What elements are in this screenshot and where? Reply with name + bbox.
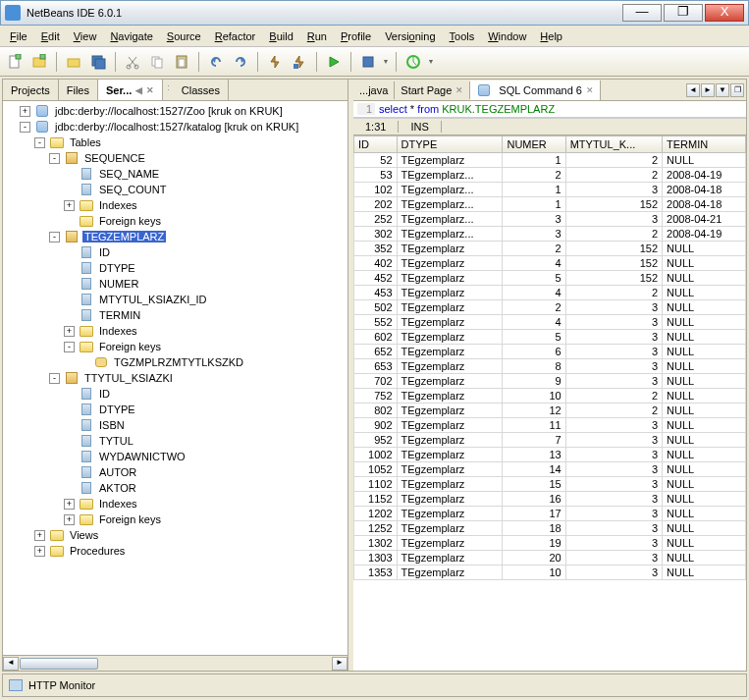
expand-icon[interactable]: + xyxy=(34,530,45,541)
cell[interactable]: 3 xyxy=(565,330,662,345)
menu-build[interactable]: Build xyxy=(263,28,298,44)
cell[interactable]: 452 xyxy=(354,271,398,286)
tab-close-icon[interactable]: ✕ xyxy=(455,85,463,95)
cell[interactable]: 152 xyxy=(565,242,662,256)
db-connection[interactable]: jdbc:derby://localhost:1527/katalog [kru… xyxy=(53,121,300,133)
undo-button[interactable] xyxy=(205,51,227,73)
maximize-editor-button[interactable]: ❐ xyxy=(730,83,744,97)
cell[interactable]: 3 xyxy=(565,374,662,389)
cell[interactable]: 3 xyxy=(565,418,662,433)
cell[interactable]: NULL xyxy=(663,477,746,492)
cell[interactable]: 2008-04-19 xyxy=(663,227,746,242)
cell[interactable]: 652 xyxy=(354,345,398,359)
cell[interactable]: NULL xyxy=(663,330,746,345)
table-row[interactable]: 202TEgzemplarz...11522008-04-18 xyxy=(354,197,746,212)
cell[interactable]: 15 xyxy=(503,477,565,492)
cell[interactable]: 2 xyxy=(503,242,565,256)
editor-tab-startpage[interactable]: Start Page✕ xyxy=(395,81,470,99)
cell[interactable]: 3 xyxy=(565,521,662,536)
cell[interactable]: 3 xyxy=(565,536,662,551)
cell[interactable]: NULL xyxy=(663,492,746,507)
nav-fwd-button[interactable]: ► xyxy=(701,83,715,97)
cell[interactable]: 1 xyxy=(503,197,565,212)
cell[interactable]: TEgzemplarz xyxy=(397,389,503,404)
cell[interactable]: 9 xyxy=(503,374,565,389)
table-row[interactable]: 652TEgzemplarz63NULL xyxy=(354,345,746,359)
procedures-folder[interactable]: Procedures xyxy=(68,545,127,557)
cell[interactable]: 653 xyxy=(354,359,398,374)
cell[interactable]: NULL xyxy=(663,404,746,418)
open-button[interactable] xyxy=(63,51,84,73)
results-table[interactable]: IDDTYPENUMERMTYTUL_K...TERMIN 52TEgzempl… xyxy=(353,135,746,580)
cell[interactable]: 1252 xyxy=(354,521,398,536)
cell[interactable]: 2 xyxy=(503,300,565,315)
tab-close-icon[interactable]: ✕ xyxy=(586,85,594,95)
cell[interactable]: 2008-04-19 xyxy=(663,168,746,183)
column-header[interactable]: NUMER xyxy=(503,136,565,153)
cell[interactable]: NULL xyxy=(663,300,746,315)
debug-button[interactable] xyxy=(357,51,379,73)
cell[interactable]: TEgzemplarz xyxy=(397,448,503,462)
table-ttytul[interactable]: TTYTUL_KSIAZKI xyxy=(82,372,175,384)
cell[interactable]: 3 xyxy=(503,227,565,242)
cell[interactable]: TEgzemplarz xyxy=(397,536,503,551)
cell[interactable]: 252 xyxy=(354,212,398,227)
menu-versioning[interactable]: Versioning xyxy=(379,28,441,44)
cell[interactable]: 3 xyxy=(565,551,662,565)
cell[interactable]: 752 xyxy=(354,389,398,404)
cell[interactable]: 1303 xyxy=(354,551,398,565)
cell[interactable]: 1152 xyxy=(354,492,398,507)
column[interactable]: TYTUL xyxy=(97,435,135,447)
table-row[interactable]: 53TEgzemplarz...222008-04-19 xyxy=(354,168,746,183)
horizontal-scrollbar[interactable]: ◄ ► xyxy=(3,655,348,671)
cell[interactable]: 2008-04-18 xyxy=(663,197,746,212)
cell[interactable]: 4 xyxy=(503,315,565,330)
redo-button[interactable] xyxy=(230,51,251,73)
new-project-button[interactable] xyxy=(28,51,50,73)
cell[interactable]: NULL xyxy=(663,462,746,477)
cell[interactable]: TEgzemplarz xyxy=(397,242,503,256)
cell[interactable]: 4 xyxy=(503,286,565,300)
cell[interactable]: TEgzemplarz xyxy=(397,374,503,389)
cell[interactable]: 1353 xyxy=(354,565,398,580)
cell[interactable]: 152 xyxy=(565,271,662,286)
editor-tab-sql[interactable]: SQL Command 6✕ xyxy=(470,81,601,100)
expand-icon[interactable]: + xyxy=(64,514,75,525)
menu-refactor[interactable]: Refactor xyxy=(209,28,262,44)
cell[interactable]: 453 xyxy=(354,286,398,300)
column[interactable]: ISBN xyxy=(97,419,127,431)
cell[interactable]: 152 xyxy=(565,256,662,271)
table-row[interactable]: 1102TEgzemplarz153NULL xyxy=(354,477,746,492)
table-row[interactable]: 1202TEgzemplarz173NULL xyxy=(354,507,746,521)
cell[interactable]: 3 xyxy=(565,477,662,492)
cell[interactable]: 52 xyxy=(354,153,398,168)
cell[interactable]: TEgzemplarz xyxy=(397,477,503,492)
table-row[interactable]: 802TEgzemplarz122NULL xyxy=(354,404,746,418)
table-row[interactable]: 1002TEgzemplarz133NULL xyxy=(354,448,746,462)
cell[interactable]: TEgzemplarz xyxy=(397,271,503,286)
cell[interactable]: 2 xyxy=(565,389,662,404)
cell[interactable]: 3 xyxy=(565,300,662,315)
save-all-button[interactable] xyxy=(87,51,109,73)
table-sequence[interactable]: SEQUENCE xyxy=(82,152,147,164)
cell[interactable]: 902 xyxy=(354,418,398,433)
cell[interactable]: 2 xyxy=(565,286,662,300)
cell[interactable]: 5 xyxy=(503,271,565,286)
cell[interactable]: 2 xyxy=(565,168,662,183)
column[interactable]: WYDAWNICTWO xyxy=(97,451,187,462)
tab-files[interactable]: Files xyxy=(59,80,98,100)
cell[interactable]: TEgzemplarz... xyxy=(397,183,503,197)
cell[interactable]: 10 xyxy=(503,565,565,580)
cut-button[interactable] xyxy=(122,51,143,73)
cell[interactable]: 502 xyxy=(354,300,398,315)
cell[interactable]: TEgzemplarz... xyxy=(397,227,503,242)
column[interactable]: SEQ_COUNT xyxy=(97,184,168,195)
tables-folder[interactable]: Tables xyxy=(68,136,103,148)
cell[interactable]: NULL xyxy=(663,153,746,168)
menu-tools[interactable]: Tools xyxy=(444,28,481,44)
copy-button[interactable] xyxy=(146,51,168,73)
cell[interactable]: 952 xyxy=(354,433,398,448)
menu-view[interactable]: View xyxy=(68,28,103,44)
cell[interactable]: TEgzemplarz xyxy=(397,521,503,536)
cell[interactable]: TEgzemplarz xyxy=(397,433,503,448)
